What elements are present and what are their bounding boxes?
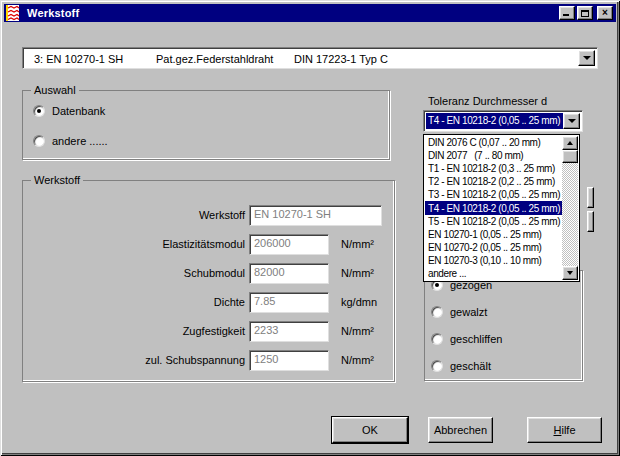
radio-gewalzt-label: gewalzt <box>450 306 487 318</box>
list-item[interactable]: DIN 2076 C (0,07 .. 20 mm) <box>425 136 562 149</box>
list-item[interactable]: T3 - EN 10218-2 (0,05 .. 25 mm) <box>425 188 562 201</box>
ok-button-label: OK <box>362 424 378 436</box>
schubspannung-label: zul. Schubspannung <box>33 350 245 371</box>
zugfestigkeit-input[interactable]: 2233 <box>249 321 329 342</box>
field-row-schubspannung: zul. Schubspannung 1250 N/mm² <box>23 350 394 371</box>
list-item[interactable]: T2 - EN 10218-2 (0,2 .. 25 mm) <box>425 175 562 188</box>
list-item-selected[interactable]: T4 - EN 10218-2 (0,05 .. 25 mm) <box>425 201 562 214</box>
werkstoff-group-title: Werkstoff <box>31 174 83 186</box>
dichte-input[interactable]: 7.85 <box>249 292 329 313</box>
material-description: Pat.gez.Federstahldraht <box>156 53 273 65</box>
field-row-emodul: Elastizitätsmodul 206000 N/mm² <box>23 234 394 255</box>
radio-datenbank-label: Datenbank <box>52 105 105 117</box>
help-button[interactable]: Hilfe <box>527 417 602 443</box>
field-row-werkstoff: Werkstoff EN 10270-1 SH <box>23 205 394 226</box>
scrollbar-thumb[interactable] <box>562 150 578 163</box>
chevron-down-icon <box>583 56 591 60</box>
field-row-zugfestigkeit: Zugfestigkeit 2233 N/mm² <box>23 321 394 342</box>
surface-group: gezogen gewalzt geschliffen geschält <box>424 270 583 381</box>
hidden-control-fragment <box>587 211 594 232</box>
tolerance-dropdown-list: DIN 2076 C (0,07 .. 20 mm) DIN 2077 (7 .… <box>423 134 580 282</box>
werkstoff-group: Werkstoff Werkstoff EN 10270-1 SH Elasti… <box>22 180 395 382</box>
radio-andere[interactable]: andere ...... <box>33 135 108 147</box>
chevron-down-icon <box>568 119 576 123</box>
radio-icon <box>431 333 443 345</box>
help-button-label: Hilfe <box>553 424 575 436</box>
minimize-button[interactable] <box>559 6 575 20</box>
zugfestigkeit-label: Zugfestigkeit <box>33 321 245 342</box>
field-row-schubmodul: Schubmodul 82000 N/mm² <box>23 263 394 284</box>
emodul-input[interactable]: 206000 <box>249 234 329 255</box>
radio-geschaelt[interactable]: geschält <box>431 360 491 372</box>
field-row-dichte: Dichte 7.85 kg/dmn <box>23 292 394 313</box>
material-norm: DIN 17223-1 Typ C <box>294 53 388 65</box>
material-combobox-text: 3: EN 10270-1 SH Pat.gez.Federstahldraht… <box>25 50 578 66</box>
cancel-button-label: Abbrechen <box>434 424 487 436</box>
maximize-button[interactable] <box>577 6 593 20</box>
list-item[interactable]: EN 10270-2 (0,05 .. 25 mm) <box>425 241 562 254</box>
radio-icon <box>431 306 443 318</box>
material-combobox[interactable]: 3: EN 10270-1 SH Pat.gez.Federstahldraht… <box>22 47 598 69</box>
radio-datenbank[interactable]: Datenbank <box>33 105 105 117</box>
maximize-icon <box>581 10 589 17</box>
close-icon: × <box>602 8 608 18</box>
emodul-unit: N/mm² <box>341 234 374 255</box>
schubspannung-unit: N/mm² <box>341 350 374 371</box>
titlebar[interactable]: Werkstoff × <box>4 4 616 22</box>
schubspannung-input[interactable]: 1250 <box>249 350 329 371</box>
cancel-button[interactable]: Abbrechen <box>428 417 493 443</box>
material-id: 3: EN 10270-1 SH <box>34 53 123 65</box>
dichte-unit: kg/dmn <box>341 292 377 313</box>
list-item[interactable]: andere ... <box>425 267 562 280</box>
radio-gewalzt[interactable]: gewalzt <box>431 306 487 318</box>
ok-button[interactable]: OK <box>332 417 408 443</box>
radio-andere-label: andere ...... <box>52 135 108 147</box>
minimize-icon <box>563 14 569 16</box>
radio-icon <box>431 360 443 372</box>
close-button[interactable]: × <box>597 6 613 20</box>
emodul-label: Elastizitätsmodul <box>33 234 245 255</box>
tolerance-combobox-arrow[interactable] <box>563 113 580 129</box>
list-item[interactable]: EN 10270-1 (0,05 .. 25 mm) <box>425 228 562 241</box>
dropdown-scrollbar[interactable] <box>562 136 578 280</box>
schubmodul-label: Schubmodul <box>33 263 245 284</box>
chevron-down-icon <box>567 271 573 275</box>
radio-icon <box>33 105 45 117</box>
radio-geschliffen[interactable]: geschliffen <box>431 333 502 345</box>
schubmodul-unit: N/mm² <box>341 263 374 284</box>
list-item[interactable]: DIN 2077 (7 .. 80 mm) <box>425 149 562 162</box>
hidden-control-fragment <box>587 187 594 208</box>
dichte-label: Dichte <box>33 292 245 313</box>
list-item[interactable]: T1 - EN 10218-2 (0,3 .. 25 mm) <box>425 162 562 175</box>
material-combobox-arrow[interactable] <box>578 50 595 66</box>
zugfestigkeit-unit: N/mm² <box>341 321 374 342</box>
tolerance-combobox[interactable]: T4 - EN 10218-2 (0,05 .. 25 mm) <box>423 110 583 132</box>
radio-geschliffen-label: geschliffen <box>450 333 502 345</box>
chevron-up-icon <box>567 141 573 145</box>
radio-icon <box>33 135 45 147</box>
werkstoff-label: Werkstoff <box>33 205 245 226</box>
scroll-up-button[interactable] <box>562 136 578 150</box>
scroll-down-button[interactable] <box>562 266 578 280</box>
window-title: Werkstoff <box>27 7 79 19</box>
werkstoff-input[interactable]: EN 10270-1 SH <box>249 205 382 226</box>
tolerance-label: Toleranz Durchmesser d <box>428 95 547 107</box>
radio-geschaelt-label: geschält <box>450 360 491 372</box>
list-item[interactable]: T5 - EN 10218-2 (0,05 .. 25 mm) <box>425 215 562 228</box>
auswahl-group: Auswahl Datenbank andere ...... <box>22 90 390 160</box>
werkstoff-dialog: Werkstoff × 3: EN 10270-1 SH Pat.gez.Fed… <box>0 0 620 456</box>
list-item[interactable]: EN 10270-3 (0,10 .. 10 mm) <box>425 254 562 267</box>
tolerance-selected-value: T4 - EN 10218-2 (0,05 .. 25 mm) <box>426 113 563 129</box>
spring-icon <box>6 5 22 21</box>
schubmodul-input[interactable]: 82000 <box>249 263 329 284</box>
auswahl-group-title: Auswahl <box>31 84 79 96</box>
